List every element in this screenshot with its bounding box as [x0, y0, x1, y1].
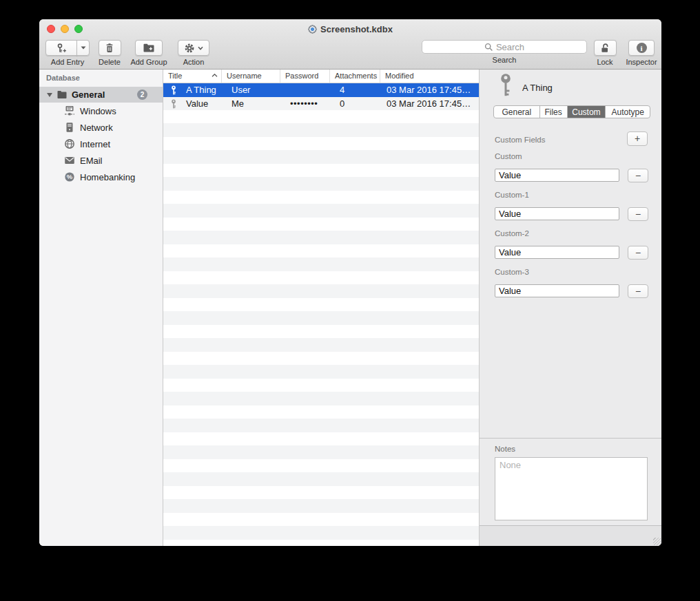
disclosure-triangle-icon[interactable]: [47, 93, 52, 97]
field-value-input[interactable]: [495, 207, 619, 220]
add-entry-toolbar-item: Add Entry: [43, 40, 92, 66]
percent-icon: %: [64, 171, 75, 182]
notes-textarea[interactable]: [495, 457, 648, 520]
sidebar-section-header: Database: [46, 74, 80, 82]
add-field-button[interactable]: +: [627, 131, 648, 146]
action-button[interactable]: [178, 40, 209, 56]
key-icon: [169, 85, 178, 95]
column-header-password[interactable]: Password: [280, 70, 330, 83]
column-header-modified[interactable]: Modified: [380, 70, 479, 83]
sidebar-item-windows[interactable]: Windows: [39, 103, 163, 119]
cell-username: User: [231, 83, 250, 97]
tab-custom[interactable]: Custom: [568, 106, 606, 118]
add-group-label: Add Group: [130, 58, 167, 66]
lock-label: Lock: [597, 58, 612, 66]
globe-icon: [64, 138, 75, 149]
field-label: Custom: [495, 152, 522, 160]
add-group-button[interactable]: [135, 40, 163, 56]
notes-heading: Notes: [495, 445, 515, 453]
tab-files[interactable]: Files: [540, 106, 568, 118]
table-row-value[interactable]: Value Me •••••••• 0 03 Mar 2016 17:45…: [163, 97, 479, 111]
field-value-input[interactable]: [495, 284, 619, 297]
app-window: Screenshot.kdbx: [39, 19, 661, 546]
column-header-title[interactable]: Title: [163, 70, 222, 83]
entry-key-icon: [498, 73, 513, 98]
sidebar-item-label: General: [72, 89, 105, 100]
remove-field-button[interactable]: −: [628, 207, 648, 221]
folder-icon: [56, 89, 68, 101]
sidebar-item-network[interactable]: Network: [39, 119, 163, 136]
action-toolbar-item: Action: [176, 40, 212, 66]
titlebar[interactable]: Screenshot.kdbx: [39, 19, 661, 39]
table-header: Title Username Password Attachments Modi…: [163, 70, 479, 83]
action-label: Action: [183, 58, 205, 66]
sidebar-item-label: Homebanking: [80, 172, 135, 182]
field-label: Custom-2: [495, 229, 529, 238]
delete-button[interactable]: [99, 40, 121, 56]
inspector-button[interactable]: i: [628, 40, 655, 56]
add-entry-dropdown-button[interactable]: [76, 40, 90, 56]
remove-field-button[interactable]: −: [628, 169, 648, 182]
sidebar-item-label: Windows: [80, 106, 116, 116]
search-label: Search: [493, 56, 517, 64]
field-value-input[interactable]: [495, 169, 619, 182]
field-value-input[interactable]: [495, 246, 619, 259]
cell-username: Me: [231, 97, 244, 111]
remove-field-button[interactable]: −: [628, 284, 648, 298]
cell-attachments: 0: [340, 97, 344, 111]
notes-divider: [480, 438, 661, 439]
svg-text:%: %: [67, 173, 73, 180]
toolbar: Add Entry Delete: [39, 39, 661, 70]
entry-title: A Thing: [522, 83, 553, 93]
gear-icon: [184, 43, 195, 54]
tab-general[interactable]: General: [494, 106, 540, 118]
add-entry-button[interactable]: [45, 40, 77, 56]
table-rows: A Thing User 4 03 Mar 2016 17:45… Value …: [163, 83, 479, 546]
entry-table: Title Username Password Attachments Modi…: [163, 70, 479, 546]
search-input[interactable]: Search: [422, 40, 587, 54]
delete-toolbar-item: Delete: [94, 40, 125, 66]
add-entry-segmented-control: [45, 40, 90, 56]
cell-modified: 03 Mar 2016 17:45…: [387, 97, 477, 111]
title-wrap: Screenshot.kdbx: [39, 19, 661, 39]
cell-title: Value: [186, 97, 208, 111]
content-area: Database General 2: [39, 70, 661, 546]
tab-autotype[interactable]: Autotype: [606, 106, 650, 118]
sidebar-item-label: Internet: [80, 139, 110, 149]
add-entry-label: Add Entry: [51, 58, 84, 66]
lock-button[interactable]: [594, 40, 617, 56]
workgroup-icon: [64, 105, 75, 116]
inspector-label: Inspector: [626, 58, 657, 66]
field-label: Custom-3: [495, 268, 529, 276]
sidebar-item-general[interactable]: General 2: [39, 87, 163, 103]
inspector-tabs: General Files Custom Autotype: [493, 105, 650, 118]
open-lock-icon: [599, 43, 610, 54]
sidebar-item-internet[interactable]: Internet: [39, 136, 163, 152]
server-icon: [64, 122, 75, 133]
folder-plus-icon: [143, 43, 155, 54]
inspector-panel: A Thing General Files Custom Autotype Cu…: [479, 70, 661, 546]
info-icon: i: [637, 43, 647, 53]
table-row-a-thing[interactable]: A Thing User 4 03 Mar 2016 17:45…: [163, 83, 479, 97]
sort-ascending-icon: [212, 74, 218, 77]
column-header-attachments[interactable]: Attachments: [330, 70, 380, 83]
search-icon: [484, 43, 493, 52]
search-placeholder: Search: [496, 42, 524, 52]
inspector-footer: [480, 525, 661, 546]
sidebar-item-email[interactable]: EMail: [39, 152, 163, 169]
sidebar-group-list: Windows Network: [39, 103, 163, 185]
key-icon: [169, 99, 178, 109]
cell-attachments: 4: [340, 83, 344, 97]
envelope-icon: [64, 155, 75, 166]
sidebar-item-homebanking[interactable]: % Homebanking: [39, 169, 163, 185]
cell-password: ••••••••: [290, 97, 318, 111]
column-header-username[interactable]: Username: [222, 70, 280, 83]
sidebar: Database General 2: [39, 70, 163, 546]
lock-toolbar-item: Lock: [589, 40, 621, 66]
sidebar-item-label: Network: [80, 123, 113, 133]
remove-field-button[interactable]: −: [628, 246, 648, 260]
dropdown-triangle-icon: [81, 46, 86, 50]
inspector-toolbar-item: i Inspector: [621, 40, 661, 66]
entry-count-badge: 2: [137, 89, 147, 100]
resize-grip[interactable]: [653, 538, 661, 545]
